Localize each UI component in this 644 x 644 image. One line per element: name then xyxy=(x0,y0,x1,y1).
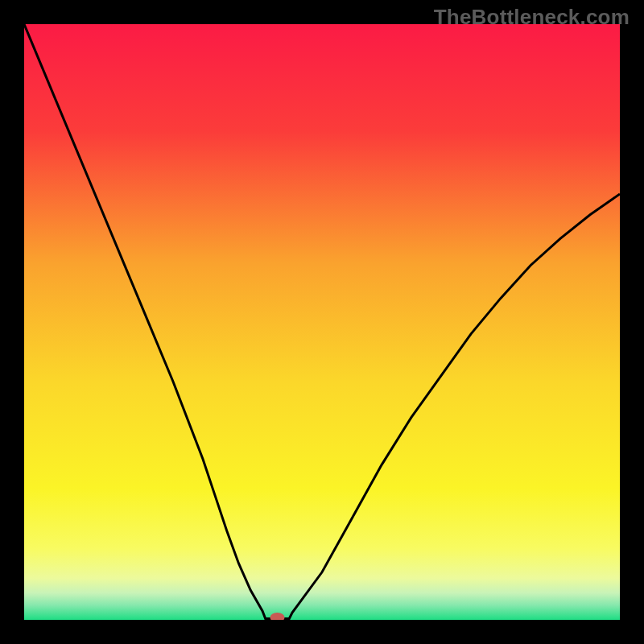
gradient-background xyxy=(24,24,620,620)
bottleneck-chart xyxy=(24,24,620,620)
watermark-text: TheBottleneck.com xyxy=(434,5,630,30)
chart-container: TheBottleneck.com xyxy=(0,0,644,644)
